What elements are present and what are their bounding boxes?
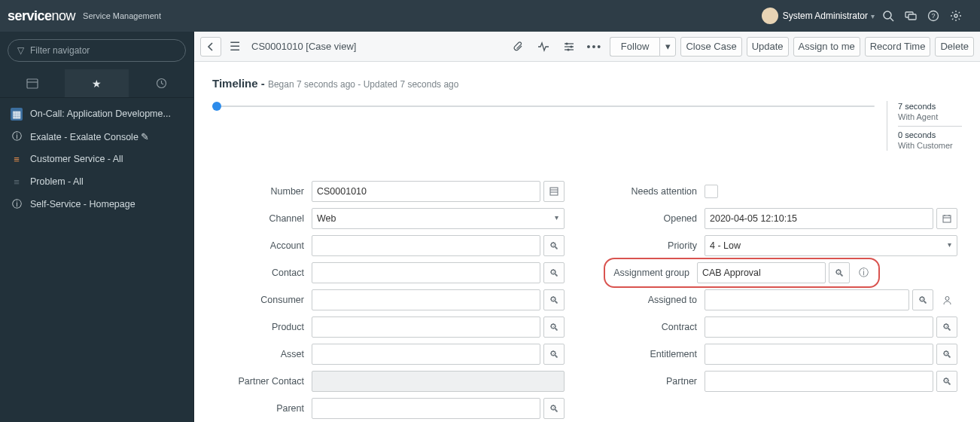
label-opened: Opened <box>610 213 705 224</box>
chat-icon[interactable] <box>905 10 927 22</box>
calendar-icon[interactable] <box>936 208 957 229</box>
delete-button[interactable]: Delete <box>935 37 974 57</box>
list-icon: ≡ <box>11 176 23 188</box>
stat-customer-label: With Customer <box>898 140 962 151</box>
svg-point-14 <box>570 45 572 47</box>
update-button[interactable]: Update <box>747 37 789 57</box>
nav-item-problem[interactable]: ≡ Problem - All <box>0 170 193 193</box>
nav-item-label: On-Call: Application Developme... <box>30 109 171 119</box>
attachment-icon[interactable] <box>507 37 528 57</box>
partner-field[interactable] <box>705 371 933 392</box>
svg-rect-7 <box>27 79 38 88</box>
chevron-down-icon <box>868 11 875 21</box>
assignment-group-field[interactable] <box>697 262 826 283</box>
lookup-icon[interactable]: 🔍︎ <box>829 262 850 283</box>
assign-to-me-button[interactable]: Assign to me <box>793 37 860 57</box>
lookup-icon[interactable]: 🔍︎ <box>936 344 957 365</box>
number-field[interactable] <box>312 181 540 202</box>
gear-icon[interactable] <box>950 10 972 22</box>
nav-item-oncall[interactable]: ▦ On-Call: Application Developme... <box>0 102 193 125</box>
consumer-field[interactable] <box>312 289 540 310</box>
svg-point-15 <box>567 48 569 50</box>
nav-items: ▦ On-Call: Application Developme... ⓘ Ex… <box>0 98 193 220</box>
svg-rect-3 <box>908 14 916 20</box>
lookup-icon[interactable]: 🔍︎ <box>936 371 957 392</box>
nav-item-exalate[interactable]: ⓘ Exalate - Exalate Console ✎ <box>0 125 193 148</box>
lookup-icon[interactable]: 🔍︎ <box>543 289 565 310</box>
assigned-to-field[interactable] <box>705 289 909 310</box>
timeline-track <box>212 101 875 116</box>
form-right-column: Needs attention Opened Priority <box>610 181 957 422</box>
partner-contact-field <box>312 371 565 392</box>
user-menu[interactable]: System Administrator <box>762 8 875 24</box>
parent-field[interactable] <box>312 398 540 419</box>
list-icon[interactable] <box>543 181 565 202</box>
lookup-icon[interactable]: 🔍︎ <box>543 262 565 283</box>
svg-point-13 <box>565 42 568 44</box>
funnel-icon: ▽ <box>17 45 24 56</box>
stat-agent-label: With Agent <box>898 112 962 122</box>
timeline-stats: 7 seconds With Agent 0 seconds With Cust… <box>887 101 962 151</box>
label-needs-attention: Needs attention <box>610 186 705 197</box>
lookup-icon[interactable]: 🔍︎ <box>936 316 957 338</box>
product-field[interactable] <box>312 316 540 338</box>
user-name: System Administrator <box>783 11 868 21</box>
lookup-icon[interactable]: 🔍︎ <box>543 398 565 419</box>
activity-icon[interactable] <box>533 37 554 57</box>
stat-customer-time: 0 seconds <box>898 130 962 140</box>
svg-text:?: ? <box>931 12 935 20</box>
form-left-column: Number Channel Account <box>217 181 565 422</box>
needs-attention-checkbox[interactable] <box>705 185 718 198</box>
label-priority: Priority <box>610 240 705 251</box>
brand-logo: servicenow <box>8 8 75 24</box>
person-icon[interactable] <box>936 289 957 310</box>
label-entitlement: Entitlement <box>610 349 705 359</box>
contract-field[interactable] <box>705 316 933 338</box>
label-account: Account <box>217 240 312 251</box>
assignment-group-callout: Assignment group 🔍︎ ⓘ <box>604 258 880 288</box>
list-icon: ≡ <box>11 154 23 165</box>
nav-item-selfservice[interactable]: ⓘ Self-Service - Homepage <box>0 193 193 216</box>
help-icon[interactable]: ? <box>927 10 950 22</box>
follow-dropdown[interactable]: ▾ <box>659 37 676 57</box>
settings-sliders-icon[interactable] <box>558 37 580 57</box>
label-number: Number <box>217 186 312 197</box>
asset-field[interactable] <box>312 344 540 365</box>
lookup-icon[interactable]: 🔍︎ <box>543 316 565 338</box>
priority-select[interactable] <box>705 235 957 256</box>
nav-item-label: Exalate - Exalate Console ✎ <box>30 131 149 142</box>
close-case-button[interactable]: Close Case <box>680 37 741 57</box>
nav-tab-favorites[interactable]: ★ <box>65 69 129 97</box>
info-icon[interactable]: ⓘ <box>853 262 874 283</box>
main: ☰ CS0001010 [Case view] ••• Follow ▾ Clo… <box>194 32 980 422</box>
more-icon[interactable]: ••• <box>584 37 605 57</box>
filter-placeholder: Filter navigator <box>30 45 90 56</box>
nav-item-customer-service[interactable]: ≡ Customer Service - All <box>0 148 193 170</box>
record-time-button[interactable]: Record Time <box>865 37 931 57</box>
lookup-icon[interactable]: 🔍︎ <box>543 344 565 365</box>
list-view-icon[interactable]: ☰ <box>224 37 245 57</box>
channel-select[interactable] <box>312 208 565 229</box>
sidebar: ▽ Filter navigator ★ ▦ On-Call: Applicat… <box>0 32 194 422</box>
opened-field[interactable] <box>705 208 933 229</box>
follow-button[interactable]: Follow ▾ <box>610 37 677 57</box>
toolbar: ☰ CS0001010 [Case view] ••• Follow ▾ Clo… <box>194 32 980 62</box>
lookup-icon[interactable]: 🔍︎ <box>543 235 565 256</box>
nav-tab-all[interactable] <box>0 69 65 97</box>
back-button[interactable] <box>200 37 221 57</box>
label-contract: Contract <box>610 322 705 332</box>
nav-item-label: Self-Service - Homepage <box>30 199 135 209</box>
lookup-icon[interactable]: 🔍︎ <box>912 289 933 310</box>
nav-tab-history[interactable] <box>129 69 193 97</box>
label-product: Product <box>217 322 312 332</box>
entitlement-field[interactable] <box>705 344 933 365</box>
contact-field[interactable] <box>312 262 540 283</box>
svg-rect-19 <box>943 216 951 222</box>
filter-navigator[interactable]: ▽ Filter navigator <box>8 39 186 62</box>
avatar <box>762 8 778 24</box>
search-icon[interactable] <box>882 10 905 22</box>
account-field[interactable] <box>312 235 540 256</box>
nav-item-label: Problem - All <box>30 176 84 187</box>
app-header: servicenow Service Management System Adm… <box>0 0 980 32</box>
timeline-title: Timeline - <box>212 77 268 90</box>
